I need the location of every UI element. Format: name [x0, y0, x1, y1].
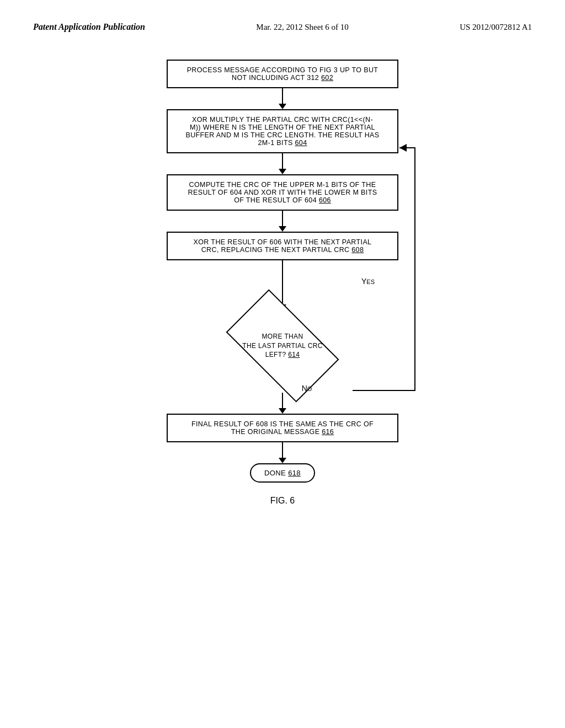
no-arrow-area: NO [253, 382, 312, 414]
box-606: COMPUTE THE CRC OF THE UPPER M-1 BITS OF… [167, 174, 398, 211]
box-604: XOR MULTIPLY THE PARTIAL CRC WITH CRC(1<… [167, 109, 398, 153]
terminal-618: DONE 618 [250, 463, 315, 483]
patent-number-label: US 2012/0072812 A1 [460, 23, 532, 32]
publication-label: Patent Application Publication [33, 22, 145, 32]
arrow-3 [279, 211, 286, 232]
arrow-5 [279, 442, 286, 463]
ref-616: 616 [322, 428, 334, 436]
box-602-text: PROCESS MESSAGE ACCORDING TO FIG 3 UP TO… [187, 66, 379, 82]
date-sheet-label: Mar. 22, 2012 Sheet 6 of 10 [256, 23, 348, 32]
figure-label: FIG. 6 [33, 496, 532, 506]
ref-614: 614 [288, 351, 300, 358]
ref-602: 602 [321, 74, 333, 82]
ref-604: 604 [295, 139, 307, 147]
ref-608: 608 [351, 246, 364, 254]
page-header: Patent Application Publication Mar. 22, … [33, 22, 532, 32]
box-608: XOR THE RESULT OF 606 WITH THE NEXT PART… [167, 232, 398, 260]
box-602: PROCESS MESSAGE ACCORDING TO FIG 3 UP TO… [167, 60, 398, 88]
ref-606: 606 [319, 196, 331, 204]
arrow-2 [279, 153, 286, 174]
diamond-614: MORE THANTHE LAST PARTIAL CRCLEFT? 614 [222, 310, 343, 382]
no-label: NO [302, 384, 312, 393]
ref-618: 618 [288, 469, 301, 477]
page: Patent Application Publication Mar. 22, … [0, 0, 565, 728]
box-616: FINAL RESULT OF 608 IS THE SAME AS THE C… [167, 414, 398, 442]
yes-label: YES [361, 277, 375, 286]
flowchart-diagram: PROCESS MESSAGE ACCORDING TO FIG 3 UP TO… [33, 60, 532, 483]
arrow-1 [279, 88, 286, 109]
box-604-row: XOR MULTIPLY THE PARTIAL CRC WITH CRC(1<… [89, 109, 476, 153]
diamond-614-text: MORE THANTHE LAST PARTIAL CRCLEFT? 614 [242, 332, 322, 360]
